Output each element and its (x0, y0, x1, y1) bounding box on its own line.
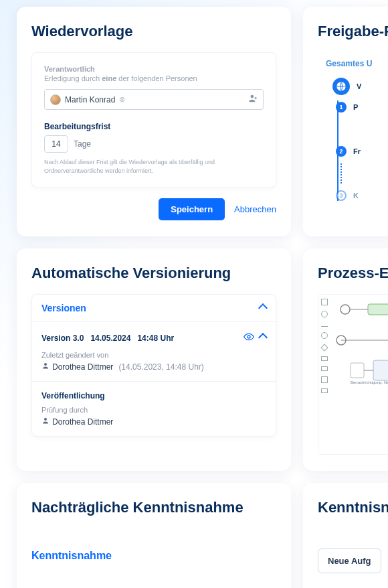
check-label: Prüfung durch (41, 406, 266, 414)
cancel-button[interactable]: Abbrechen (234, 204, 276, 214)
svg-point-5 (341, 305, 350, 314)
card-title: Kenntnisnah (318, 499, 388, 516)
helper-text: Nach Ablauf dieser Frist gilt die Wieder… (44, 158, 264, 175)
responsible-sub: Erledigung durch eine der folgenden Pers… (44, 74, 264, 82)
tool-circle2-icon[interactable] (321, 332, 328, 339)
changed-by-meta: (14.05.2023, 14:48 Uhr) (118, 362, 203, 372)
tool-line-icon[interactable] (321, 326, 328, 327)
svg-point-3 (44, 363, 47, 366)
flow-step-v: V (357, 82, 361, 90)
chevron-up-icon[interactable] (260, 303, 266, 313)
card-nachtraegliche-kenntnisnahme: Nachträgliche Kenntnisnahme Kenntnisnahm… (17, 483, 291, 588)
step-3-icon: 3 (336, 190, 347, 201)
svg-rect-10 (373, 360, 388, 380)
person-icon (41, 417, 50, 427)
add-person-icon[interactable] (248, 94, 258, 105)
freigabe-flow: V 1 P 2 Fr 3 K (326, 78, 388, 201)
days-unit: Tage (74, 139, 91, 149)
save-button[interactable]: Speichern (159, 198, 225, 220)
version-time: 14:48 Uhr (137, 334, 174, 343)
deadline-label: Bearbeitungsfrist (44, 122, 264, 131)
remove-person-icon[interactable]: ⊗ (119, 95, 125, 104)
changed-by-name: Dorothea Dittmer (52, 362, 113, 372)
avatar (50, 94, 61, 105)
version-label: Version 3.0 (41, 334, 84, 343)
eye-icon[interactable] (244, 332, 254, 344)
responsible-label: Verantwortlich (44, 65, 264, 73)
diagram-annotation: Benachrichtigung: Neuer Antrag (351, 380, 388, 385)
tool-square-icon[interactable] (321, 299, 328, 305)
version-date: 14.05.2024 (90, 334, 130, 343)
person-icon (41, 362, 50, 372)
tool-diamond-icon[interactable] (320, 344, 328, 352)
tool-doc-icon[interactable] (321, 376, 328, 383)
versions-panel-header[interactable]: Versionen (32, 295, 276, 322)
flow-step-3: K (353, 192, 359, 200)
tool-rect3-icon[interactable] (321, 388, 328, 393)
globe-icon (332, 78, 350, 95)
publication-header: Veröffentlichung (41, 391, 266, 400)
card-title: Freigabe-Pr (318, 23, 388, 40)
check-by-name: Dorothea Dittmer (52, 417, 113, 427)
card-prozess-editor: Prozess-Edit (303, 248, 388, 471)
person-name: Martin Konrad (65, 95, 115, 104)
card-versionierung: Automatische Versionierung Versionen Ver… (17, 248, 291, 471)
svg-point-4 (44, 418, 47, 421)
card-title: Automatische Versionierung (31, 265, 276, 282)
person-input[interactable]: Martin Konrad ⊗ (44, 89, 264, 110)
card-title: Nachträgliche Kenntnisnahme (31, 499, 276, 516)
flow-step-1: P (353, 103, 358, 111)
kenntnisnahme-heading: Kenntnisnahme (31, 550, 276, 562)
card-title: Prozess-Edit (318, 265, 388, 282)
card-freigabe: Freigabe-Pr Gesamtes U V 1 P 2 Fr (303, 7, 388, 236)
new-task-button[interactable]: Neue Aufg (318, 548, 381, 573)
tool-rect2-icon[interactable] (321, 366, 328, 371)
tool-rect-icon[interactable] (321, 356, 328, 361)
tool-circle-icon[interactable] (321, 311, 328, 317)
card-title: Wiedervorlage (31, 23, 276, 40)
svg-point-0 (251, 95, 254, 98)
days-input[interactable] (44, 135, 68, 153)
flow-step-2: Fr (353, 147, 361, 155)
editor-canvas[interactable]: Benachrichtigung: Neuer Antrag (318, 294, 388, 455)
process-diagram (333, 300, 388, 447)
wiedervorlage-form: Verantwortlich Erledigung durch eine der… (31, 52, 276, 188)
changed-by-label: Zuletzt geändert von (41, 351, 266, 359)
svg-rect-11 (351, 363, 364, 378)
card-wiedervorlage: Wiedervorlage Verantwortlich Erledigung … (17, 7, 291, 236)
versions-header-label: Versionen (41, 303, 86, 313)
svg-point-2 (248, 336, 250, 338)
freigabe-subtitle: Gesamtes U (326, 59, 388, 68)
svg-rect-7 (368, 304, 388, 315)
card-kenntnisnahme: Kenntnisnah Neue Aufg (303, 483, 388, 588)
chevron-up-icon[interactable] (260, 334, 266, 343)
